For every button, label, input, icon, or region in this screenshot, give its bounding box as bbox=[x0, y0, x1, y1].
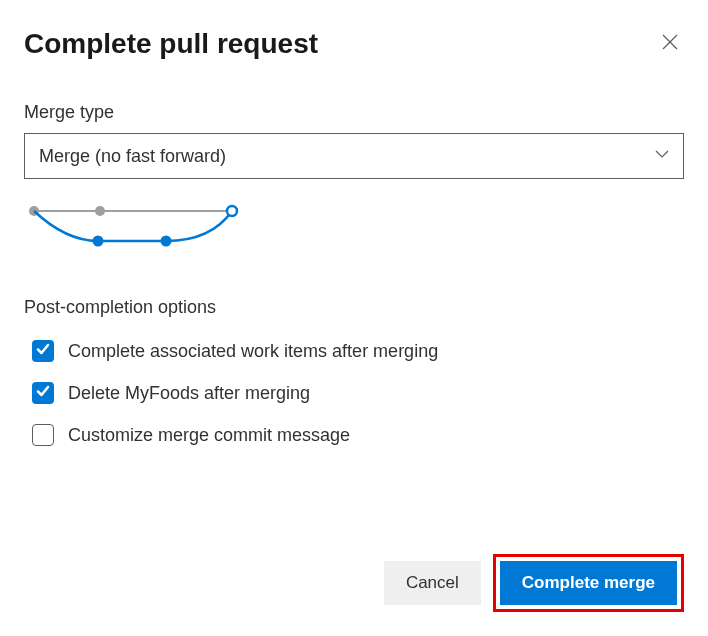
complete-merge-button[interactable]: Complete merge bbox=[500, 561, 677, 605]
svg-point-6 bbox=[93, 236, 104, 247]
svg-point-8 bbox=[227, 206, 237, 216]
merge-graph-diagram bbox=[26, 201, 684, 251]
close-button[interactable] bbox=[656, 28, 684, 59]
highlight-annotation: Complete merge bbox=[493, 554, 684, 612]
option-label-customize-message[interactable]: Customize merge commit message bbox=[68, 425, 350, 446]
cancel-button[interactable]: Cancel bbox=[384, 561, 481, 605]
svg-point-4 bbox=[95, 206, 105, 216]
checkbox-complete-work-items[interactable] bbox=[32, 340, 54, 362]
checkbox-delete-branch[interactable] bbox=[32, 382, 54, 404]
checkmark-icon bbox=[36, 342, 50, 360]
option-label-complete-work-items[interactable]: Complete associated work items after mer… bbox=[68, 341, 438, 362]
merge-type-label: Merge type bbox=[24, 102, 684, 123]
checkmark-icon bbox=[36, 384, 50, 402]
merge-type-selected-value: Merge (no fast forward) bbox=[39, 146, 226, 167]
svg-point-7 bbox=[161, 236, 172, 247]
close-icon bbox=[662, 34, 678, 53]
dialog-title: Complete pull request bbox=[24, 28, 318, 60]
merge-type-select[interactable]: Merge (no fast forward) bbox=[24, 133, 684, 179]
post-completion-label: Post-completion options bbox=[24, 297, 684, 318]
option-label-delete-branch[interactable]: Delete MyFoods after merging bbox=[68, 383, 310, 404]
checkbox-customize-message[interactable] bbox=[32, 424, 54, 446]
